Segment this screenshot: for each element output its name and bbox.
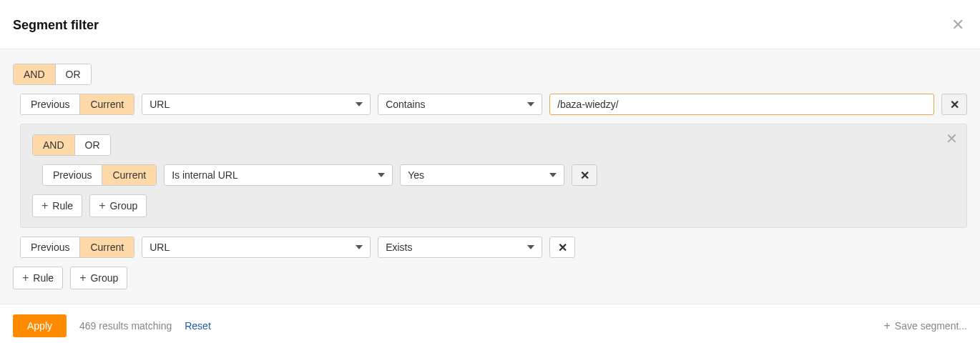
chevron-down-icon — [378, 173, 385, 177]
nested-operator-select[interactable]: Yes — [400, 164, 564, 186]
save-segment-button[interactable]: + Save segment... — [883, 319, 967, 332]
add-group-button[interactable]: + Group — [70, 267, 127, 289]
field-select-value-3: URL — [150, 242, 170, 253]
chevron-down-icon — [527, 102, 534, 106]
nested-add-group-label: Group — [109, 200, 137, 212]
nested-add-group-button[interactable]: + Group — [89, 194, 147, 217]
results-text: 469 results matching — [79, 320, 172, 332]
remove-rule-button-3[interactable]: ✕ — [549, 237, 575, 258]
nested-logic-or-button[interactable]: OR — [74, 135, 110, 155]
scope-toggle-group-3: Previous Current — [20, 237, 134, 258]
close-icon: ✕ — [580, 169, 589, 182]
operator-select-value: Contains — [386, 99, 425, 110]
logic-or-button[interactable]: OR — [55, 64, 91, 84]
chevron-down-icon — [527, 245, 534, 249]
nested-scope-toggle-group: Previous Current — [42, 164, 157, 186]
scope-previous-button-3[interactable]: Previous — [21, 237, 79, 257]
scope-previous-button[interactable]: Previous — [21, 94, 79, 114]
field-select-3[interactable]: URL — [142, 237, 371, 258]
nested-field-select-value: Is internal URL — [172, 169, 238, 181]
add-rule-button[interactable]: + Rule — [13, 267, 63, 289]
field-select-value: URL — [150, 99, 170, 110]
nested-logic-and-button[interactable]: AND — [33, 135, 74, 155]
close-icon: ✕ — [950, 98, 959, 111]
scope-toggle-group: Previous Current — [20, 94, 134, 115]
nested-group: ✕ AND OR Previous Current Is internal UR… — [20, 124, 967, 228]
remove-group-icon[interactable]: ✕ — [946, 131, 958, 146]
plus-icon: + — [883, 319, 890, 332]
nested-add-rule-label: Rule — [52, 200, 73, 212]
add-group-label: Group — [90, 272, 118, 284]
value-input[interactable] — [549, 94, 934, 115]
nested-scope-previous-button[interactable]: Previous — [43, 165, 102, 185]
save-segment-label: Save segment... — [895, 320, 967, 332]
nested-add-rule-button[interactable]: + Rule — [32, 194, 82, 217]
reset-link[interactable]: Reset — [185, 320, 211, 332]
plus-icon: + — [79, 272, 86, 284]
plus-icon: + — [99, 199, 105, 212]
operator-select-value-3: Exists — [386, 242, 412, 253]
close-icon[interactable]: ✕ — [949, 14, 967, 36]
plus-icon: + — [41, 199, 48, 212]
chevron-down-icon — [356, 102, 363, 106]
logic-toggle-group: AND OR — [13, 64, 92, 85]
scope-current-button-3[interactable]: Current — [79, 237, 134, 257]
scope-current-button[interactable]: Current — [79, 94, 134, 114]
nested-field-select[interactable]: Is internal URL — [164, 164, 393, 186]
nested-remove-rule-button[interactable]: ✕ — [572, 164, 597, 186]
logic-and-button[interactable]: AND — [14, 64, 55, 84]
close-icon: ✕ — [558, 241, 567, 254]
remove-rule-button[interactable]: ✕ — [941, 94, 967, 115]
chevron-down-icon — [549, 173, 557, 177]
nested-operator-select-value: Yes — [408, 169, 424, 181]
nested-scope-current-button[interactable]: Current — [102, 165, 156, 185]
operator-select-3[interactable]: Exists — [378, 237, 542, 258]
nested-logic-toggle-group: AND OR — [32, 134, 111, 156]
chevron-down-icon — [356, 245, 363, 249]
page-title: Segment filter — [13, 18, 99, 33]
field-select[interactable]: URL — [142, 94, 371, 115]
apply-button[interactable]: Apply — [13, 314, 67, 337]
add-rule-label: Rule — [33, 272, 54, 284]
operator-select[interactable]: Contains — [378, 94, 542, 115]
plus-icon: + — [22, 272, 29, 284]
